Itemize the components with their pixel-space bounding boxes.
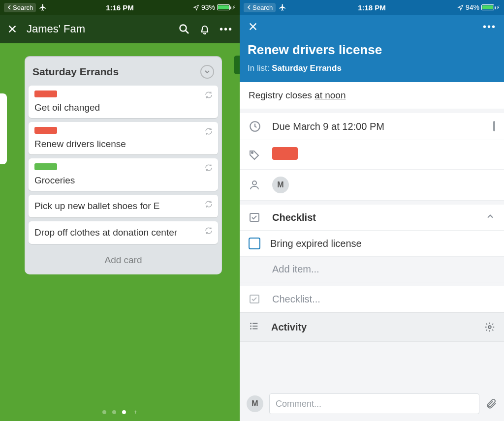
comment-input[interactable]: Comment... [269,393,479,414]
labels-row[interactable] [240,140,504,170]
activity-header-row: Activity [240,312,504,342]
checklist-icon [249,211,262,223]
svg-point-3 [252,181,256,185]
next-list-peek[interactable] [234,56,240,74]
in-list-label[interactable]: In list: Saturday Errands [248,63,496,73]
svg-rect-7 [252,323,257,324]
card-label-red [34,90,57,97]
back-to-search[interactable]: Search [244,3,276,12]
svg-point-10 [250,328,252,330]
svg-point-6 [250,323,252,324]
card-title: Groceries [34,175,212,186]
location-icon [193,4,199,11]
clock-icon [249,120,262,133]
battery-icon [481,4,494,10]
card-item[interactable]: Groceries [29,158,218,191]
tag-icon [249,149,262,161]
close-icon[interactable] [7,24,18,34]
sync-icon [204,127,213,138]
card-item[interactable]: Get oil changed [29,86,218,118]
airplane-mode-icon [279,3,286,11]
card-title: Renew drivers license [34,139,212,150]
prev-list-peek[interactable] [0,93,7,164]
battery-percent: 94% [466,3,479,11]
card-title: Drop off clothes at donation center [34,227,212,238]
checklist-title: Checklist [272,212,475,223]
settings-gear-icon[interactable] [484,322,495,332]
card-title: Get oil changed [34,102,212,113]
card-title: Pick up new ballet shoes for E [34,201,212,211]
checklist-item[interactable]: Bring expired license [240,231,504,257]
back-label: Search [13,4,33,11]
more-icon[interactable]: ••• [483,21,496,32]
svg-point-2 [252,152,253,153]
attachment-icon[interactable] [485,398,497,410]
sync-icon [204,200,213,210]
page-indicator: + [0,410,240,414]
back-label: Search [252,4,273,11]
svg-rect-11 [252,329,257,330]
charging-icon: ⚡︎ [232,4,236,11]
battery-icon [217,4,230,10]
add-card-button[interactable]: Add card [29,248,218,271]
back-to-search[interactable]: Search [4,3,36,12]
due-date-text: Due March 9 at 12:00 PM [272,121,483,132]
due-complete-checkbox[interactable] [493,122,495,131]
notifications-icon[interactable] [199,23,211,35]
card-label-red [34,127,57,134]
members-row[interactable]: M [240,170,504,201]
checklist-header-row[interactable]: Checklist [240,205,504,231]
sync-icon [204,90,213,101]
svg-point-0 [180,25,186,31]
close-icon[interactable] [248,21,258,32]
charging-icon: ⚡︎ [496,4,500,11]
checklist-checkbox[interactable] [249,238,260,249]
search-icon[interactable] [178,23,190,35]
sync-icon [204,226,213,237]
statusbar-right: Search 1:18 PM 94% ⚡︎ [240,0,504,15]
location-icon [457,4,464,11]
add-checklist[interactable]: Checklist... [240,286,504,312]
collapse-icon[interactable] [485,211,495,223]
comment-avatar: M [247,395,263,412]
svg-point-8 [250,326,252,327]
board-topbar: James' Fam ••• [0,15,240,43]
person-icon [249,179,262,191]
add-checklist-item[interactable]: Add item... [240,257,504,282]
checklist-item-text: Bring expired license [270,238,362,249]
statusbar-left: Search 1:16 PM 93% ⚡︎ [0,0,240,15]
list-name[interactable]: Saturday Errands [32,66,200,78]
activity-icon [249,321,262,333]
label-red-chip[interactable] [272,147,298,160]
card-item[interactable]: Pick up new ballet shoes for E [29,195,218,217]
svg-point-12 [488,326,491,329]
checklist-icon [249,293,262,305]
activity-title: Activity [271,322,484,333]
due-date-row[interactable]: Due March 9 at 12:00 PM [240,113,504,140]
comment-bar: M Comment... [240,389,504,421]
airplane-mode-icon [39,3,47,11]
list-menu-icon[interactable] [200,65,214,79]
card-description[interactable]: Registry closes at noon [240,82,504,109]
battery-percent: 93% [201,3,215,11]
member-avatar[interactable]: M [272,177,289,193]
card-label-green [34,163,57,170]
list-container: Saturday Errands Get oil changed Renew d… [25,56,222,274]
more-icon[interactable]: ••• [220,24,233,35]
card-item[interactable]: Drop off clothes at donation center [29,221,218,244]
svg-rect-9 [252,326,257,327]
card-item[interactable]: Renew drivers license [29,122,218,154]
board-title[interactable]: James' Fam [27,23,169,35]
sync-icon [204,163,213,174]
card-detail-title[interactable]: Renew drivers license [248,42,496,58]
